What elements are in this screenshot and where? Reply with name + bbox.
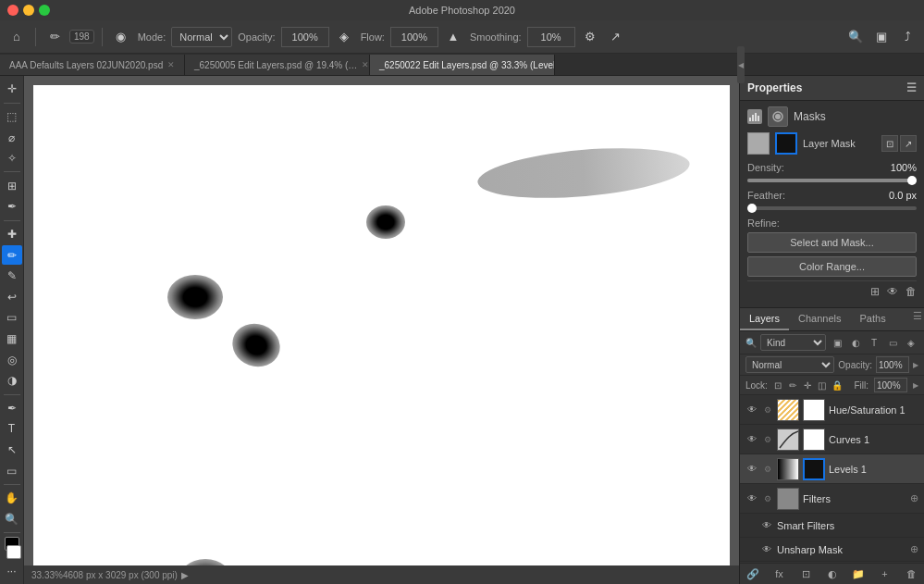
share-icon[interactable]: ⤴ [896, 26, 918, 48]
eraser-tool[interactable]: ▭ [2, 308, 22, 328]
layer-visibility-unsharp[interactable]: 👁 [760, 543, 773, 556]
dodge-tool[interactable]: ◑ [2, 371, 22, 391]
history-brush-tool[interactable]: ↩ [2, 287, 22, 306]
layer-visibility-smart-filters[interactable]: 👁 [760, 519, 773, 532]
delete-icon[interactable]: 🗑 [906, 285, 917, 298]
marquee-tool[interactable]: ⬚ [2, 107, 22, 127]
select-and-mask-button[interactable]: Select and Mask... [747, 232, 917, 253]
home-icon[interactable]: ⌂ [6, 26, 28, 48]
smoothing-settings-icon[interactable]: ⚙ [579, 26, 601, 48]
layer-item-smart-filters[interactable]: 👁 Smart Filters [740, 514, 924, 538]
opacity-arrow[interactable]: ▶ [913, 361, 918, 369]
kind-select[interactable]: Kind [760, 334, 826, 351]
angle-icon[interactable]: ↗ [605, 26, 627, 48]
eye-icon[interactable]: 👁 [887, 285, 898, 298]
density-slider-thumb[interactable] [907, 176, 917, 185]
mask-btn-2[interactable]: ↗ [900, 135, 917, 152]
add-mask-button[interactable]: ⊡ [798, 566, 813, 581]
delete-layer-button[interactable]: 🗑 [904, 566, 918, 581]
zoom-tool[interactable]: 🔍 [2, 510, 22, 529]
brush-tool-icon[interactable]: ✏ [43, 26, 66, 48]
layer-visibility-filters[interactable]: 👁 [745, 492, 758, 505]
minimize-button[interactable] [23, 5, 34, 16]
layer-item-curves[interactable]: 👁 ⚙ Curves 1 [740, 425, 924, 454]
type-tool[interactable]: T [2, 419, 22, 439]
nav-arrow[interactable]: ▶ [181, 570, 189, 580]
new-adjustment-button[interactable]: ◐ [825, 566, 840, 581]
maximize-button[interactable] [39, 5, 50, 16]
background-color[interactable] [6, 545, 21, 559]
close-button[interactable] [7, 5, 18, 16]
more-tools[interactable]: ··· [2, 561, 22, 580]
blur-tool[interactable]: ◎ [2, 350, 22, 369]
layer-item-unsharp-mask[interactable]: 👁 Unsharp Mask ⊕ [740, 538, 924, 562]
opacity-input-layers[interactable] [876, 356, 909, 373]
path-selection-tool[interactable]: ↖ [2, 441, 22, 460]
mask-btn-1[interactable]: ⊡ [881, 135, 898, 152]
clone-stamp-tool[interactable]: ✎ [2, 267, 22, 286]
lock-artboard-icon[interactable]: ◫ [818, 379, 827, 391]
color-range-button[interactable]: Color Range... [747, 256, 917, 277]
always-use-pressure-opacity-icon[interactable]: ◈ [333, 26, 355, 48]
tab-6250005[interactable]: _6250005 Edit Layers.psd @ 19.4% (… ✕ [185, 55, 370, 75]
eyedropper-tool[interactable]: ✒ [2, 197, 22, 217]
layer-visibility-curves[interactable]: 👁 [745, 433, 758, 446]
new-group-button[interactable]: 📁 [851, 566, 866, 581]
brush-tool[interactable]: ✏ [2, 245, 22, 265]
pen-tool[interactable]: ✒ [2, 399, 22, 418]
tab-paths[interactable]: Paths [851, 308, 895, 330]
gradient-tool[interactable]: ▦ [2, 329, 22, 349]
layer-options-unsharp[interactable]: ⊕ [910, 543, 918, 555]
lock-all-icon[interactable]: 🔒 [832, 379, 843, 391]
pixel-filter-icon[interactable]: ▣ [830, 335, 844, 350]
lock-transparency-icon[interactable]: ⊡ [773, 379, 782, 391]
airbrush-icon[interactable]: ▲ [442, 26, 464, 48]
quick-select-tool[interactable]: ✧ [2, 149, 22, 168]
opacity-input[interactable] [281, 27, 329, 47]
feather-slider-thumb[interactable] [747, 204, 757, 213]
tab-6250022[interactable]: _6250022 Edit Layers.psd @ 33.3% (Levels… [370, 55, 555, 75]
layer-item-hue-saturation[interactable]: 👁 ⚙ Hue/Saturation 1 [740, 395, 924, 425]
layer-options-filters[interactable]: ⊕ [910, 492, 918, 504]
link-layers-button[interactable]: 🔗 [745, 566, 760, 581]
layer-item-levels[interactable]: 👁 ⚙ Levels 1 [740, 454, 924, 484]
shape-tool[interactable]: ▭ [2, 461, 22, 480]
layer-item-filters[interactable]: 👁 ⚙ Filters ⊕ [740, 484, 924, 514]
tab-layers[interactable]: Layers [740, 308, 789, 330]
blend-mode-select[interactable]: Normal [745, 356, 834, 373]
move-tool[interactable]: ✛ [2, 80, 22, 99]
flow-input[interactable] [390, 27, 438, 47]
add-layer-style-button[interactable]: fx [772, 566, 787, 581]
traffic-lights[interactable] [7, 5, 50, 16]
tab-channels[interactable]: Channels [789, 308, 850, 330]
layer-visibility-levels[interactable]: 👁 [745, 463, 758, 476]
lock-paint-icon[interactable]: ✏ [788, 379, 797, 391]
mask-circle-icon[interactable] [768, 106, 788, 127]
layer-visibility-hue-sat[interactable]: 👁 [745, 404, 758, 416]
shape-filter-icon[interactable]: ▭ [885, 335, 900, 350]
panel-collapse-handle[interactable]: ◀ [739, 76, 745, 83]
new-layer-button[interactable]: + [878, 566, 893, 581]
properties-menu-icon[interactable]: ☰ [906, 81, 917, 94]
adjustment-filter-icon[interactable]: ◐ [848, 335, 863, 350]
fill-input[interactable] [874, 378, 907, 392]
search-icon[interactable]: 🔍 [844, 26, 867, 48]
canvas-area[interactable]: 33.33% 4608 px x 3029 px (300 ppi) ▶ [24, 76, 739, 584]
smart-object-filter-icon[interactable]: ◈ [904, 335, 918, 350]
density-slider[interactable] [747, 179, 917, 182]
fill-arrow[interactable]: ▶ [913, 381, 918, 390]
feather-slider[interactable] [747, 206, 917, 210]
workspace-icon[interactable]: ▣ [870, 26, 893, 48]
lasso-tool[interactable]: ⌀ [2, 128, 22, 147]
lock-position-icon[interactable]: ✛ [803, 379, 812, 391]
layers-panel-menu[interactable]: ☰ [911, 308, 924, 330]
smoothing-input[interactable] [527, 27, 575, 47]
grid-icon[interactable]: ⊞ [870, 285, 880, 298]
type-filter-icon[interactable]: T [867, 335, 881, 350]
tab-defaults-close[interactable]: ✕ [167, 60, 175, 69]
healing-brush-tool[interactable]: ✚ [2, 225, 22, 244]
hand-tool[interactable]: ✋ [2, 489, 22, 508]
brush-settings-icon[interactable]: ◉ [110, 26, 132, 48]
crop-tool[interactable]: ⊞ [2, 176, 22, 195]
tab-6250005-close[interactable]: ✕ [362, 60, 369, 69]
